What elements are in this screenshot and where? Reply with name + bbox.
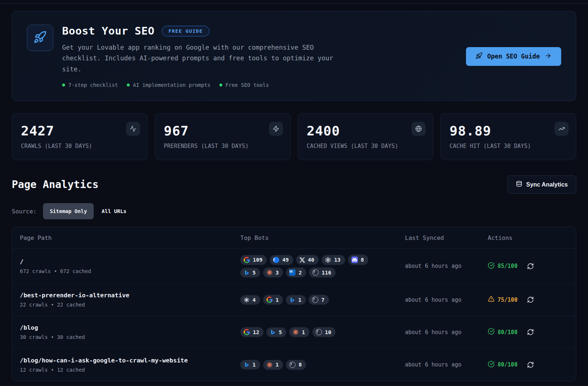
stat-value: 98.89 (449, 123, 567, 138)
bot-badges: 109f494013853in2?116 (240, 255, 389, 277)
page-path: /blog/how-can-i-ask-google-to-crawl-my-w… (20, 357, 240, 364)
crawl-meta: 12 crawls • 12 cached (20, 367, 240, 373)
crawl-meta: 672 crawls • 672 cached (20, 268, 240, 274)
bot-count: 8 (298, 362, 302, 368)
table-row[interactable]: /best-prerender-io-alternative 22 crawls… (12, 284, 576, 316)
bot-badge-google: 1 (263, 295, 283, 305)
last-synced: about 6 hours ago (405, 361, 488, 368)
bot-count: 4 (252, 297, 256, 303)
globe-icon (412, 122, 426, 136)
seo-score: 75/100 (488, 295, 517, 304)
bot-count: 8 (361, 257, 364, 263)
banner-feature: 7-step checklist (62, 82, 118, 88)
banner-features: 7-step checklistAI implementation prompt… (62, 82, 457, 88)
stat-label: CACHE HIT (LAST 30 DAYS) (449, 143, 567, 149)
check-circle-icon (488, 361, 495, 369)
refresh-button[interactable] (527, 361, 534, 368)
free-guide-badge: FREE GUIDE (162, 26, 209, 36)
refresh-button[interactable] (527, 296, 534, 303)
bot-badge-anthropic: 1 (289, 327, 309, 337)
stat-label: CRAWLS (LAST 30 DAYS) (21, 143, 139, 149)
actions-cell: 75/100 (488, 295, 576, 304)
page-path-cell: /blog/how-can-i-ask-google-to-crawl-my-w… (20, 357, 240, 373)
bot-badge-other: ?7 (309, 295, 329, 305)
stat-value: 967 (164, 123, 282, 138)
stat-value: 2427 (21, 123, 139, 138)
page-path: /best-prerender-io-alternative (20, 292, 240, 299)
score-value: 80/100 (498, 361, 517, 368)
rocket-icon-box (27, 25, 53, 51)
score-value: 85/100 (498, 263, 517, 269)
top-divider (0, 0, 588, 4)
activity-icon (126, 122, 140, 136)
page-path: / (20, 258, 240, 265)
green-dot-icon (62, 84, 65, 86)
open-seo-guide-button[interactable]: Open SEO Guide (466, 47, 561, 66)
bot-count: 12 (253, 329, 259, 335)
bot-badge-other: ?116 (309, 268, 336, 277)
bot-count: 7 (321, 297, 325, 303)
page-analytics-title: Page Analytics (12, 178, 98, 191)
bot-badge-bing: 5 (266, 327, 286, 337)
score-value: 80/100 (498, 329, 517, 336)
bot-count: 116 (322, 270, 331, 276)
banner-feature: AI implementation prompts (127, 82, 211, 88)
actions-cell: 85/100 (488, 262, 576, 270)
feature-label: AI implementation prompts (133, 82, 211, 88)
sync-analytics-button[interactable]: Sync Analytics (508, 176, 576, 194)
col-header-top-bots: Top Bots (240, 234, 405, 241)
bot-count: 1 (276, 297, 279, 303)
bot-count: 1 (276, 362, 279, 368)
crawl-meta: 22 crawls • 22 cached (20, 302, 240, 308)
table-row[interactable]: / 672 crawls • 672 cached 109f494013853i… (12, 249, 576, 284)
bot-badge-bing: 1 (286, 295, 306, 305)
bot-badges: 411?7 (240, 295, 389, 305)
source-option-sitemap-only[interactable]: Sitemap Only (43, 203, 93, 219)
seo-score: 80/100 (488, 328, 517, 336)
page-path-cell: /best-prerender-io-alternative 22 crawls… (20, 292, 240, 308)
actions-cell: 80/100 (488, 361, 576, 369)
bot-count: 13 (334, 257, 340, 263)
stat-card: 2400 CACHED VIEWS (LAST 30 DAYS) (298, 113, 434, 160)
source-option-all-urls[interactable]: All URLs (95, 203, 133, 219)
bot-badges: 1251?10 (240, 327, 389, 337)
warning-triangle-icon (488, 295, 495, 304)
source-row: Source: Sitemap OnlyAll URLs (12, 203, 576, 219)
trending-up-icon (555, 122, 569, 136)
stats-row: 2427 CRAWLS (LAST 30 DAYS) 967 PRERENDER… (12, 113, 576, 160)
sync-analytics-label: Sync Analytics (526, 181, 568, 188)
banner-body: Boost Your SEO FREE GUIDE Get your Lovab… (62, 25, 457, 88)
seo-score: 85/100 (488, 262, 517, 270)
bot-badge-linkedin: in2 (286, 268, 306, 277)
bot-count: 2 (298, 270, 302, 276)
table-header: Page Path Top Bots Last Synced Actions (12, 227, 576, 249)
col-header-page-path: Page Path (20, 234, 240, 241)
bot-count: 1 (302, 329, 305, 335)
check-circle-icon (488, 328, 495, 336)
refresh-button[interactable] (527, 329, 534, 336)
stat-card: 2427 CRAWLS (LAST 30 DAYS) (12, 113, 148, 160)
col-header-actions: Actions (488, 234, 576, 241)
green-dot-icon (127, 84, 130, 86)
rocket-icon (476, 52, 483, 61)
actions-cell: 80/100 (488, 328, 576, 336)
bot-count: 40 (308, 257, 314, 263)
stat-card: 967 PRERENDERS (LAST 30 DAYS) (155, 113, 291, 160)
bot-count: 1 (298, 297, 301, 303)
stat-card: 98.89 CACHE HIT (LAST 30 DAYS) (440, 113, 576, 160)
page-path-cell: / 672 crawls • 672 cached (20, 258, 240, 274)
cta-label: Open SEO Guide (487, 53, 540, 60)
refresh-button[interactable] (527, 263, 534, 270)
table-row[interactable]: /blog/how-can-i-ask-google-to-crawl-my-w… (12, 348, 576, 381)
bot-count: 10 (325, 329, 331, 335)
rocket-icon (33, 31, 47, 45)
bot-badge-discord: 8 (348, 255, 369, 265)
check-circle-icon (488, 262, 495, 270)
banner-title: Boost Your SEO (62, 25, 154, 37)
stat-label: CACHED VIEWS (LAST 30 DAYS) (307, 143, 424, 149)
table-row[interactable]: /blog 30 crawls • 30 cached 1251?10 abou… (12, 316, 576, 348)
bot-count: 49 (282, 257, 288, 263)
bot-badge-facebook: f49 (270, 255, 293, 265)
bot-count: 3 (276, 270, 279, 276)
stat-value: 2400 (307, 123, 424, 138)
